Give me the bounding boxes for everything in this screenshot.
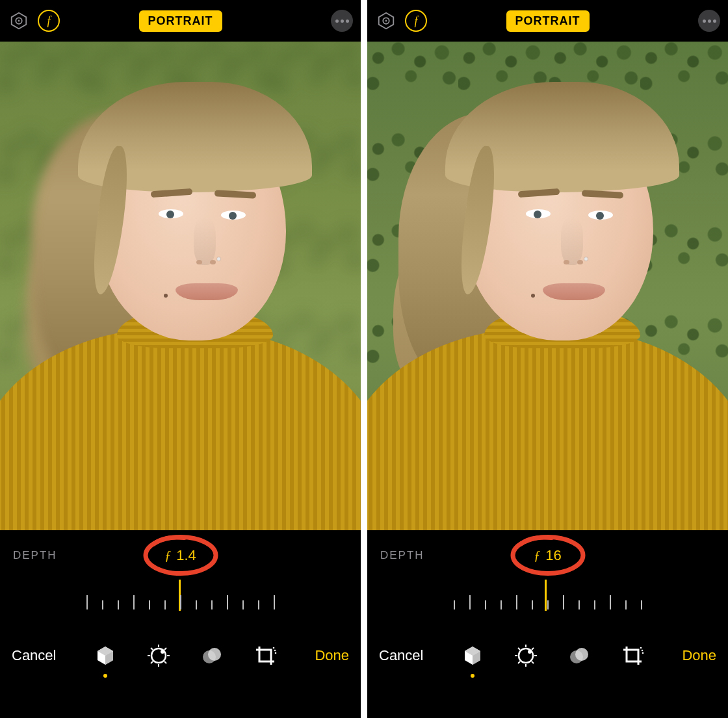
done-button[interactable]: Done <box>682 647 716 664</box>
more-button[interactable] <box>698 10 720 32</box>
tool-icons <box>460 643 645 669</box>
svg-point-37 <box>642 652 644 654</box>
lighting-cube-icon[interactable] <box>92 643 118 669</box>
depth-readout-row: DEPTH ƒ16 <box>367 530 728 581</box>
depth-label: DEPTH <box>380 549 424 562</box>
portrait-subject <box>367 42 728 530</box>
depth-readout-row: DEPTH ƒ1.4 <box>0 530 361 581</box>
depth-label: DEPTH <box>13 549 57 562</box>
editor-panel-right: f PORTRAIT DEPTH ƒ16 <box>367 0 728 718</box>
svg-point-35 <box>640 647 642 649</box>
tool-icons <box>92 643 278 669</box>
svg-point-36 <box>642 650 644 652</box>
fstop-prefix: ƒ <box>534 548 540 563</box>
more-icon <box>703 19 716 23</box>
svg-line-30 <box>532 661 534 663</box>
top-bar: f PORTRAIT <box>0 0 361 42</box>
slider-ticks <box>454 595 642 609</box>
svg-point-16 <box>273 647 275 649</box>
photo-preview[interactable] <box>367 42 728 530</box>
filters-circles-icon[interactable] <box>199 643 225 669</box>
cancel-button[interactable]: Cancel <box>379 647 423 664</box>
mode-badge[interactable]: PORTRAIT <box>506 10 590 32</box>
svg-point-5 <box>161 650 164 654</box>
depth-value: ƒ16 <box>534 547 561 564</box>
svg-point-24 <box>528 650 532 654</box>
svg-line-12 <box>164 648 166 650</box>
done-button[interactable]: Done <box>315 647 349 664</box>
adjust-dial-icon[interactable] <box>146 643 172 669</box>
more-button[interactable] <box>331 10 353 32</box>
svg-line-31 <box>532 648 534 650</box>
filters-circles-icon[interactable] <box>566 643 592 669</box>
svg-point-21 <box>385 20 387 22</box>
svg-point-15 <box>208 648 221 661</box>
portrait-subject <box>0 42 361 530</box>
top-left-controls: f <box>375 10 427 32</box>
svg-point-34 <box>575 648 588 661</box>
bottom-toolbar: Cancel Done <box>367 626 728 685</box>
crop-rotate-icon[interactable] <box>619 643 645 669</box>
cancel-button[interactable]: Cancel <box>12 647 56 664</box>
svg-line-10 <box>151 648 153 650</box>
top-left-controls: f <box>8 10 60 32</box>
fstop-icon[interactable]: f <box>405 10 427 32</box>
lighting-cube-icon[interactable] <box>460 643 486 669</box>
more-icon <box>335 19 349 23</box>
aperture-hex-icon[interactable] <box>375 10 397 32</box>
svg-point-2 <box>18 20 20 22</box>
top-bar: f PORTRAIT <box>367 0 728 42</box>
svg-line-29 <box>518 648 520 650</box>
fstop-prefix: ƒ <box>164 548 171 563</box>
crop-rotate-icon[interactable] <box>252 643 278 669</box>
depth-slider[interactable] <box>0 581 361 626</box>
fstop-number: 16 <box>545 547 561 564</box>
fstop-icon[interactable]: f <box>38 10 60 32</box>
bottom-toolbar: Cancel Done <box>0 626 361 685</box>
mode-badge[interactable]: PORTRAIT <box>139 10 222 32</box>
fstop-number: 1.4 <box>176 547 196 564</box>
depth-value: ƒ1.4 <box>164 547 196 564</box>
svg-line-13 <box>151 661 153 663</box>
slider-ticks <box>86 595 275 609</box>
depth-slider[interactable] <box>367 581 728 626</box>
svg-line-32 <box>518 661 520 663</box>
svg-point-18 <box>275 652 277 654</box>
svg-line-11 <box>164 661 166 663</box>
aperture-hex-icon[interactable] <box>8 10 30 32</box>
photo-preview[interactable] <box>0 42 361 530</box>
editor-panel-left: f PORTRAIT DEPTH ƒ1.4 <box>0 0 361 718</box>
adjust-dial-icon[interactable] <box>513 643 539 669</box>
svg-point-17 <box>274 650 276 652</box>
